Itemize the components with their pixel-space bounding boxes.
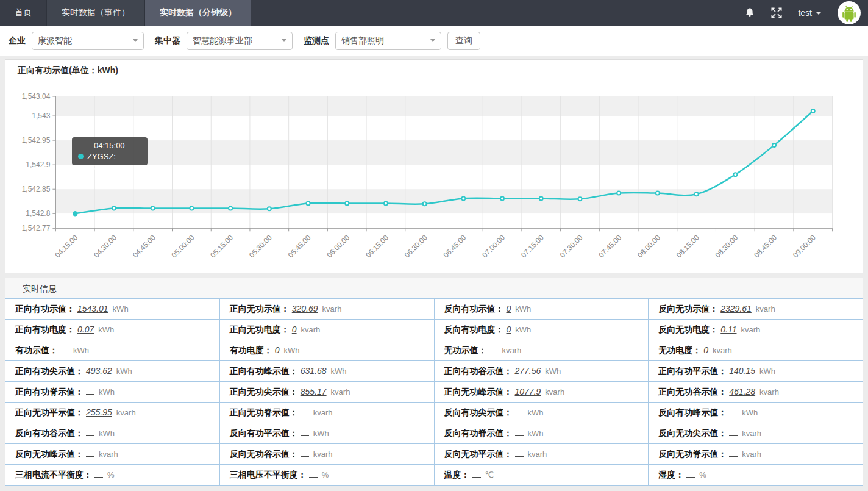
cell-value[interactable]: 0	[507, 324, 511, 334]
line-chart[interactable]: 1,542.771,542.81,542.851,542.91,542.951,…	[5, 77, 863, 272]
cell-value[interactable]: 0	[292, 324, 297, 334]
info-cell: 正向无功谷示值：461.28kvarh	[649, 382, 863, 403]
table-row: 正向有功尖示值：493.62kWh正向有功峰示值：631.68kWh正向有功谷示…	[5, 361, 863, 382]
cell-value[interactable]: 0	[507, 304, 511, 314]
nav-tab-2[interactable]: 实时数据（分钟级）	[145, 0, 251, 26]
data-point[interactable]	[656, 192, 660, 195]
filter-select-0[interactable]: 康派智能	[32, 32, 144, 50]
chart-panel: 正向有功示值(单位：kWh) 1,542.771,542.81,542.851,…	[5, 59, 863, 273]
cell-value[interactable]: 140.15	[729, 366, 755, 376]
cell-unit: kvarh	[760, 387, 779, 396]
filter-select-1[interactable]: 智慧能源事业部	[187, 32, 293, 50]
x-axis-label: 08:45:00	[752, 233, 778, 259]
data-point[interactable]	[229, 206, 232, 210]
cell-value[interactable]: 1543.01	[77, 304, 108, 314]
user-caret-icon	[816, 12, 822, 15]
info-cell: 反向无功谷示值：kvarh	[219, 444, 434, 465]
user-menu[interactable]: test	[798, 8, 822, 18]
info-cell: 正向无功示值：320.69kvarh	[219, 299, 434, 320]
cell-value[interactable]: 855.17	[301, 387, 327, 396]
cell-value[interactable]: 0	[703, 345, 708, 355]
data-point[interactable]	[617, 192, 621, 195]
info-cell: 反向有功示值：0kWh	[434, 299, 649, 320]
info-cell: 正向无功脊示值：kvarh	[219, 403, 434, 423]
cell-value[interactable]: 0	[275, 345, 280, 355]
cell-value	[729, 430, 738, 436]
data-point[interactable]	[190, 206, 193, 210]
data-point[interactable]	[151, 206, 155, 210]
cell-unit: kWh	[284, 346, 300, 355]
data-point[interactable]	[345, 201, 349, 205]
selected-value: 销售部照明	[341, 35, 384, 46]
info-cell: 正向有功电度：0.07kWh	[5, 320, 220, 340]
nav-tab-1[interactable]: 实时数据（事件）	[46, 0, 145, 26]
info-cell: 无功示值：kvarh	[434, 340, 649, 361]
x-axis-label: 08:15:00	[675, 233, 701, 259]
cell-value[interactable]: 493.62	[86, 366, 112, 376]
x-axis-label: 05:15:00	[208, 233, 235, 259]
data-point[interactable]	[307, 201, 310, 205]
cell-label: 正向有功平示值：	[658, 366, 727, 376]
cell-value	[309, 471, 318, 478]
cell-unit: kWh	[331, 367, 347, 376]
query-button[interactable]: 查询	[447, 32, 480, 50]
cell-value[interactable]: 631.68	[301, 366, 327, 376]
cell-value	[515, 409, 524, 415]
data-point[interactable]	[539, 196, 543, 200]
cell-label: 正向无功尖示值：	[230, 387, 298, 396]
x-axis-label: 06:45:00	[442, 233, 468, 259]
cell-unit: ℃	[485, 470, 494, 479]
info-cell: 反向无功电度：0.11kvarh	[649, 320, 863, 340]
cell-value[interactable]: 2329.61	[720, 304, 752, 314]
data-point[interactable]	[268, 207, 271, 210]
table-row: 反向有功谷示值：kWh反向有功平示值：kWh反向有功脊示值：kWh反向无功尖示值…	[5, 423, 863, 444]
cell-label: 有功电度：	[230, 345, 272, 355]
info-cell: 湿度：%	[649, 465, 863, 486]
filter-label-1: 集中器	[155, 35, 180, 46]
cell-unit: kWh	[98, 325, 114, 334]
info-cell: 反向有功平示值：kWh	[219, 423, 434, 444]
data-point[interactable]	[112, 206, 116, 210]
data-point[interactable]	[461, 196, 465, 200]
cell-unit: kvarh	[331, 387, 350, 396]
table-row: 正向无功平示值：255.95kvarh正向无功脊示值：kvarh反向有功尖示值：…	[5, 403, 863, 423]
cell-label: 反向无功示值：	[658, 304, 718, 314]
bell-icon[interactable]	[744, 7, 755, 18]
cell-value	[729, 409, 738, 415]
cell-value[interactable]: 320.69	[292, 304, 318, 314]
android-avatar[interactable]	[838, 1, 861, 24]
data-point[interactable]	[578, 197, 582, 201]
cell-value[interactable]: 277.56	[515, 366, 541, 376]
data-point-active[interactable]	[73, 211, 77, 216]
info-cell: 反向有功尖示值：kWh	[434, 403, 649, 423]
data-point[interactable]	[811, 109, 815, 113]
cell-value[interactable]: 1077.9	[515, 387, 541, 396]
data-point[interactable]	[695, 192, 699, 196]
fullscreen-icon[interactable]	[771, 7, 782, 18]
cell-value[interactable]: 461.28	[729, 387, 755, 396]
data-point[interactable]	[772, 143, 776, 147]
cell-label: 反向无功平示值：	[444, 449, 513, 459]
cell-label: 正向有功尖示值：	[15, 366, 84, 376]
cell-label: 无功示值：	[444, 345, 487, 355]
cell-unit: kvarh	[502, 346, 522, 355]
nav-tab-0[interactable]: 首页	[0, 0, 46, 26]
x-axis-label: 04:15:00	[53, 233, 79, 259]
data-point[interactable]	[733, 173, 737, 176]
y-axis-label: 1,542.8	[26, 209, 50, 218]
info-cell: 正向无功平示值：255.95kvarh	[5, 403, 220, 423]
cell-value[interactable]: 0.07	[77, 324, 94, 334]
info-cell: 反向无功峰示值：kvarh	[5, 444, 220, 465]
data-point[interactable]	[384, 201, 388, 205]
data-point[interactable]	[423, 202, 427, 206]
x-axis-label: 07:00:00	[480, 233, 507, 259]
cell-unit: %	[699, 470, 706, 479]
filter-select-2[interactable]: 销售部照明	[335, 32, 441, 50]
cell-value[interactable]: 0.11	[720, 324, 736, 334]
data-point[interactable]	[500, 196, 504, 200]
cell-unit: %	[322, 470, 329, 479]
cell-value	[60, 347, 69, 353]
cell-unit: kvarh	[528, 450, 547, 459]
x-axis-label: 05:00:00	[170, 233, 196, 259]
cell-value[interactable]: 255.95	[86, 407, 112, 417]
